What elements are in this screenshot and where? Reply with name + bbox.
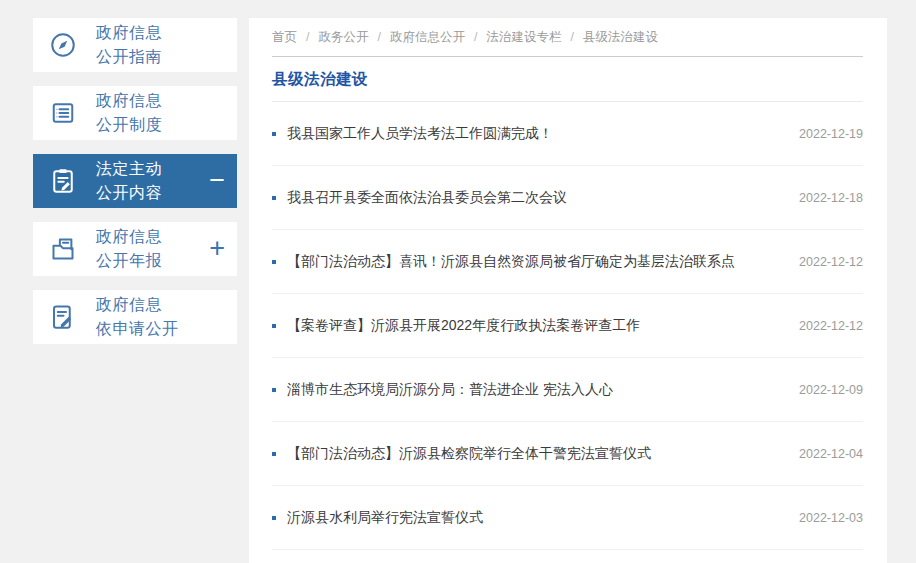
news-link[interactable]: 【案卷评查】沂源县开展2022年度行政执法案卷评查工作	[287, 317, 785, 335]
page-title: 县级法治建设	[272, 69, 368, 90]
sidebar-item-open-rules[interactable]: 政府信息 公开制度	[33, 86, 237, 140]
breadcrumb-separator: /	[570, 30, 573, 44]
news-row[interactable]: 我县国家工作人员学法考法工作圆满完成！ 2022-12-19	[272, 102, 863, 166]
news-date: 2022-12-09	[799, 383, 863, 397]
section-header: 县级法治建设	[272, 57, 863, 102]
news-link[interactable]: 淄博市生态环境局沂源分局：普法进企业 宪法入人心	[287, 381, 785, 399]
sidebar-item-annual-report[interactable]: 政府信息 公开年报 +	[33, 222, 237, 276]
sidebar-item-label: 政府信息 公开制度	[96, 89, 162, 137]
breadcrumb-separator: /	[474, 30, 477, 44]
collapse-toggle[interactable]: −	[209, 167, 225, 194]
sidebar-item-label: 政府信息 公开年报	[96, 225, 162, 273]
sidebar-item-label: 政府信息 公开指南	[96, 21, 162, 69]
sidebar-item-open-guide[interactable]: 政府信息 公开指南	[33, 18, 237, 72]
sidebar-nav: 政府信息 公开指南 政府信息 公开制度	[33, 18, 237, 358]
breadcrumb-separator: /	[377, 30, 380, 44]
news-date: 2022-12-12	[799, 319, 863, 333]
news-date: 2022-12-04	[799, 447, 863, 461]
news-date: 2022-12-19	[799, 127, 863, 141]
breadcrumb-home[interactable]: 首页	[272, 29, 297, 46]
content-panel: 首页 / 政务公开 / 政府信息公开 / 法治建设专栏 / 县级法治建设 县级法…	[249, 18, 887, 563]
breadcrumb: 首页 / 政务公开 / 政府信息公开 / 法治建设专栏 / 县级法治建设	[272, 18, 863, 57]
document-pen-icon	[48, 302, 78, 332]
breadcrumb-gov-info[interactable]: 政府信息公开	[390, 29, 465, 46]
breadcrumb-separator: /	[306, 30, 309, 44]
bullet-icon	[272, 196, 276, 200]
bullet-icon	[272, 260, 276, 264]
sidebar-item-label: 政府信息 依申请公开	[96, 293, 179, 341]
news-row[interactable]: 淄博市生态环境局沂源分局：普法进企业 宪法入人心 2022-12-09	[272, 358, 863, 422]
bullet-icon	[272, 452, 276, 456]
breadcrumb-rule-of-law-column[interactable]: 法治建设专栏	[486, 29, 561, 46]
news-row[interactable]: 【部门法治动态】沂源县检察院举行全体干警宪法宣誓仪式 2022-12-04	[272, 422, 863, 486]
news-link[interactable]: 我县召开县委全面依法治县委员会第二次会议	[287, 189, 785, 207]
sidebar-item-disclosure-upon-request[interactable]: 政府信息 依申请公开	[33, 290, 237, 344]
bullet-icon	[272, 132, 276, 136]
news-link[interactable]: 我县国家工作人员学法考法工作圆满完成！	[287, 125, 785, 143]
news-date: 2022-12-03	[799, 511, 863, 525]
news-row[interactable]: 沂源县水利局举行宪法宣誓仪式 2022-12-03	[272, 486, 863, 550]
breadcrumb-gov-affairs[interactable]: 政务公开	[318, 29, 368, 46]
bullet-icon	[272, 516, 276, 520]
news-list: 我县国家工作人员学法考法工作圆满完成！ 2022-12-19 我县召开县委全面依…	[272, 102, 863, 550]
expand-toggle[interactable]: +	[209, 235, 225, 262]
bullet-icon	[272, 324, 276, 328]
folder-document-icon	[48, 234, 78, 264]
news-link[interactable]: 【部门法治动态】沂源县检察院举行全体干警宪法宣誓仪式	[287, 445, 785, 463]
news-row[interactable]: 【部门法治动态】喜讯！沂源县自然资源局被省厅确定为基层法治联系点 2022-12…	[272, 230, 863, 294]
news-link[interactable]: 【部门法治动态】喜讯！沂源县自然资源局被省厅确定为基层法治联系点	[287, 253, 785, 271]
news-date: 2022-12-12	[799, 255, 863, 269]
breadcrumb-current-page: 县级法治建设	[583, 29, 658, 46]
news-date: 2022-12-18	[799, 191, 863, 205]
bullet-icon	[272, 388, 276, 392]
compass-icon	[48, 30, 78, 60]
sidebar-item-statutory-disclosure[interactable]: 法定主动 公开内容 −	[33, 154, 237, 208]
news-link[interactable]: 沂源县水利局举行宪法宣誓仪式	[287, 509, 785, 527]
news-row[interactable]: 【案卷评查】沂源县开展2022年度行政执法案卷评查工作 2022-12-12	[272, 294, 863, 358]
sidebar-item-label: 法定主动 公开内容	[96, 157, 162, 205]
news-row[interactable]: 我县召开县委全面依法治县委员会第二次会议 2022-12-18	[272, 166, 863, 230]
clipboard-edit-icon	[48, 166, 78, 196]
list-document-icon	[48, 98, 78, 128]
